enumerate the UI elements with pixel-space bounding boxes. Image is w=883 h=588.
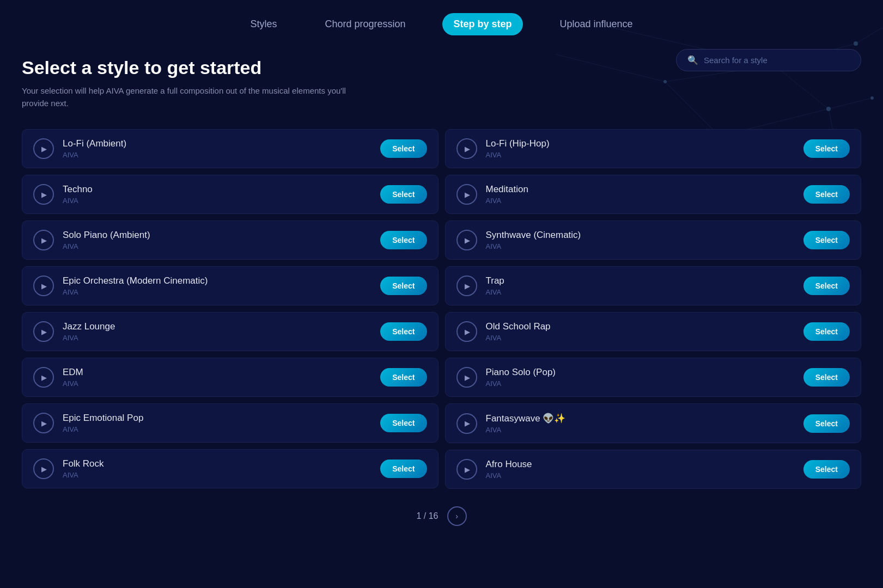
play-button-edm[interactable]: ▶ <box>33 367 54 388</box>
play-button-trap[interactable]: ▶ <box>456 275 477 296</box>
style-card-afro-house[interactable]: ▶Afro HouseAIVASelect <box>445 450 862 489</box>
play-icon: ▶ <box>465 328 470 336</box>
play-button-solo-piano-ambient[interactable]: ▶ <box>33 230 54 250</box>
style-card-solo-piano-ambient[interactable]: ▶Solo Piano (Ambient)AIVASelect <box>22 220 439 260</box>
chevron-right-icon: › <box>455 512 458 520</box>
styles-column-right: ▶Lo-Fi (Hip-Hop)AIVASelect▶MeditationAIV… <box>445 129 862 489</box>
play-button-lofi-hiphop[interactable]: ▶ <box>456 138 477 159</box>
style-name-epic-orchestra: Epic Orchestra (Modern Cinematic) <box>63 275 372 286</box>
styles-column-left: ▶Lo-Fi (Ambient)AIVASelect▶TechnoAIVASel… <box>22 129 439 489</box>
style-author-lofi-ambient: AIVA <box>63 151 372 159</box>
style-info-fantasywave: Fantasywave 👽✨AIVA <box>486 413 795 434</box>
style-info-lofi-hiphop: Lo-Fi (Hip-Hop)AIVA <box>486 138 795 159</box>
pagination-display: 1 / 16 <box>416 511 438 521</box>
style-name-afro-house: Afro House <box>486 459 795 470</box>
styles-grid: ▶Lo-Fi (Ambient)AIVASelect▶TechnoAIVASel… <box>22 129 861 489</box>
play-button-folk-rock[interactable]: ▶ <box>33 458 54 479</box>
pagination-next-button[interactable]: › <box>447 506 467 526</box>
style-card-fantasywave[interactable]: ▶Fantasywave 👽✨AIVASelect <box>445 403 862 443</box>
style-name-old-school-rap: Old School Rap <box>486 321 795 332</box>
style-name-solo-piano-ambient: Solo Piano (Ambient) <box>63 230 372 241</box>
nav-item-step-by-step[interactable]: Step by step <box>442 13 522 35</box>
select-button-epic-orchestra[interactable]: Select <box>380 277 427 295</box>
main-content: Select a style to get started Your selec… <box>0 46 883 548</box>
style-card-epic-orchestra[interactable]: ▶Epic Orchestra (Modern Cinematic)AIVASe… <box>22 266 439 305</box>
style-author-folk-rock: AIVA <box>63 471 372 479</box>
select-button-solo-piano-ambient[interactable]: Select <box>380 231 427 249</box>
style-info-trap: TrapAIVA <box>486 275 795 296</box>
style-info-solo-piano-ambient: Solo Piano (Ambient)AIVA <box>63 230 372 250</box>
style-name-edm: EDM <box>63 367 372 378</box>
style-card-lofi-ambient[interactable]: ▶Lo-Fi (Ambient)AIVASelect <box>22 129 439 168</box>
select-button-piano-solo-pop[interactable]: Select <box>803 368 850 387</box>
style-card-synthwave-cinematic[interactable]: ▶Synthwave (Cinematic)AIVASelect <box>445 220 862 260</box>
select-button-synthwave-cinematic[interactable]: Select <box>803 231 850 249</box>
play-icon: ▶ <box>465 419 470 427</box>
play-button-lofi-ambient[interactable]: ▶ <box>33 138 54 159</box>
style-card-piano-solo-pop[interactable]: ▶Piano Solo (Pop)AIVASelect <box>445 358 862 397</box>
style-info-epic-emotional-pop: Epic Emotional PopAIVA <box>63 413 372 433</box>
style-card-meditation[interactable]: ▶MeditationAIVASelect <box>445 175 862 214</box>
select-button-epic-emotional-pop[interactable]: Select <box>380 414 427 432</box>
play-button-synthwave-cinematic[interactable]: ▶ <box>456 230 477 250</box>
style-author-jazz-lounge: AIVA <box>63 334 372 342</box>
play-button-fantasywave[interactable]: ▶ <box>456 413 477 434</box>
style-name-trap: Trap <box>486 275 795 286</box>
style-author-trap: AIVA <box>486 288 795 296</box>
select-button-old-school-rap[interactable]: Select <box>803 322 850 341</box>
play-icon: ▶ <box>41 145 47 153</box>
style-name-techno: Techno <box>63 184 372 195</box>
nav-item-upload-influence[interactable]: Upload influence <box>549 13 644 35</box>
style-card-old-school-rap[interactable]: ▶Old School RapAIVASelect <box>445 312 862 351</box>
style-author-epic-emotional-pop: AIVA <box>63 425 372 433</box>
style-info-edm: EDMAIVA <box>63 367 372 388</box>
select-button-techno[interactable]: Select <box>380 185 427 204</box>
select-button-lofi-ambient[interactable]: Select <box>380 139 427 158</box>
style-card-folk-rock[interactable]: ▶Folk RockAIVASelect <box>22 449 439 488</box>
style-card-lofi-hiphop[interactable]: ▶Lo-Fi (Hip-Hop)AIVASelect <box>445 129 862 168</box>
play-icon: ▶ <box>41 373 47 382</box>
play-button-epic-emotional-pop[interactable]: ▶ <box>33 413 54 433</box>
nav-item-styles[interactable]: Styles <box>239 13 288 35</box>
pagination: 1 / 16 › <box>22 506 861 526</box>
style-card-epic-emotional-pop[interactable]: ▶Epic Emotional PopAIVASelect <box>22 403 439 443</box>
style-name-folk-rock: Folk Rock <box>63 458 372 469</box>
page-subtitle: Your selection will help AIVA generate a… <box>22 85 349 109</box>
style-info-folk-rock: Folk RockAIVA <box>63 458 372 479</box>
select-button-lofi-hiphop[interactable]: Select <box>803 139 850 158</box>
style-info-jazz-lounge: Jazz LoungeAIVA <box>63 321 372 342</box>
style-card-trap[interactable]: ▶TrapAIVASelect <box>445 266 862 305</box>
style-card-techno[interactable]: ▶TechnoAIVASelect <box>22 175 439 214</box>
select-button-afro-house[interactable]: Select <box>803 460 850 479</box>
select-button-trap[interactable]: Select <box>803 277 850 295</box>
style-info-afro-house: Afro HouseAIVA <box>486 459 795 480</box>
style-author-epic-orchestra: AIVA <box>63 288 372 296</box>
select-button-edm[interactable]: Select <box>380 368 427 387</box>
play-button-piano-solo-pop[interactable]: ▶ <box>456 367 477 388</box>
style-author-old-school-rap: AIVA <box>486 334 795 342</box>
play-icon: ▶ <box>465 191 470 199</box>
play-icon: ▶ <box>465 373 470 382</box>
select-button-fantasywave[interactable]: Select <box>803 414 850 433</box>
play-button-old-school-rap[interactable]: ▶ <box>456 321 477 342</box>
play-icon: ▶ <box>41 328 47 336</box>
play-icon: ▶ <box>465 465 470 474</box>
play-icon: ▶ <box>41 236 47 244</box>
play-button-meditation[interactable]: ▶ <box>456 184 477 205</box>
play-button-jazz-lounge[interactable]: ▶ <box>33 321 54 342</box>
play-button-techno[interactable]: ▶ <box>33 184 54 205</box>
style-author-lofi-hiphop: AIVA <box>486 151 795 159</box>
style-card-edm[interactable]: ▶EDMAIVASelect <box>22 358 439 397</box>
play-button-epic-orchestra[interactable]: ▶ <box>33 275 54 296</box>
style-author-synthwave-cinematic: AIVA <box>486 242 795 250</box>
select-button-jazz-lounge[interactable]: Select <box>380 322 427 341</box>
top-nav: StylesChord progressionStep by stepUploa… <box>0 0 883 46</box>
play-button-afro-house[interactable]: ▶ <box>456 459 477 480</box>
style-author-meditation: AIVA <box>486 197 795 205</box>
select-button-folk-rock[interactable]: Select <box>380 460 427 478</box>
select-button-meditation[interactable]: Select <box>803 185 850 204</box>
style-card-jazz-lounge[interactable]: ▶Jazz LoungeAIVASelect <box>22 312 439 351</box>
play-icon: ▶ <box>41 282 47 290</box>
style-name-piano-solo-pop: Piano Solo (Pop) <box>486 367 795 378</box>
nav-item-chord-progression[interactable]: Chord progression <box>314 13 416 35</box>
